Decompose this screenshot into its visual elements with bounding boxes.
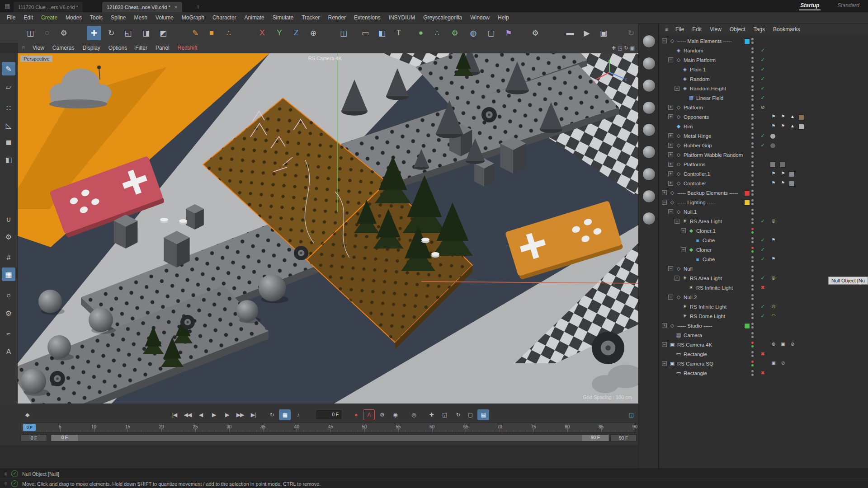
cross-status-icon[interactable]: ✖ xyxy=(759,285,766,291)
menu-mograph[interactable]: MoGraph xyxy=(178,12,208,23)
expand-icon[interactable]: + xyxy=(662,190,667,195)
visibility-dot[interactable] xyxy=(751,317,754,319)
visibility-dot[interactable] xyxy=(751,298,754,300)
render-picture-viewer-button[interactable]: ▶ xyxy=(580,26,594,40)
visibility-dot[interactable] xyxy=(751,76,754,78)
visibility-dot[interactable] xyxy=(751,108,754,110)
om-row[interactable]: ■Cube✓⚑ xyxy=(659,235,868,245)
visibility-dot[interactable] xyxy=(751,184,754,186)
dome-tag-icon[interactable]: ◠ xyxy=(770,312,777,319)
history-button[interactable]: ↻ xyxy=(624,26,638,40)
record-objects-button[interactable]: ◉ xyxy=(389,409,401,420)
collapse-icon[interactable]: − xyxy=(668,209,673,214)
viewport-toggle-icon[interactable]: ▣ xyxy=(630,45,635,51)
material-preview-icon[interactable] xyxy=(642,168,656,181)
flag-tag-icon[interactable]: ⚑ xyxy=(770,170,777,177)
expand-icon[interactable]: + xyxy=(662,323,667,328)
flag-tag-icon[interactable]: ⚑ xyxy=(770,113,777,120)
om-row[interactable]: −◆Cloner✓ xyxy=(659,245,868,254)
object-name[interactable]: Rim xyxy=(684,124,693,129)
cross-status-icon[interactable]: ✖ xyxy=(759,351,766,357)
visibility-dot[interactable] xyxy=(751,203,754,205)
autokey-button[interactable]: A xyxy=(363,409,375,420)
object-name[interactable]: Controller xyxy=(684,181,706,186)
cross-status-icon[interactable]: ✖ xyxy=(759,370,766,376)
menu-edit[interactable]: Edit xyxy=(19,12,37,23)
om-panel-menu-icon[interactable]: ≡ xyxy=(662,26,671,33)
mat-tag-icon[interactable] xyxy=(770,133,776,139)
om-row[interactable]: −▣RS Camera SQ▣⊘ xyxy=(659,359,868,368)
tri-tag-icon[interactable]: ▲ xyxy=(789,122,796,130)
object-name[interactable]: ----- Main Elements ----- xyxy=(677,38,732,44)
menu-redshift[interactable]: Redshift xyxy=(174,43,202,53)
edit-render-settings-button[interactable]: ▬ xyxy=(563,26,577,40)
expand-icon[interactable]: + xyxy=(668,105,673,110)
visibility-dot[interactable] xyxy=(751,250,754,253)
visibility-dot[interactable] xyxy=(751,285,754,287)
wheel-object[interactable] xyxy=(481,107,497,122)
check-status-icon[interactable]: ✓ xyxy=(759,142,766,148)
om-row[interactable]: +◇Opponents⚑⚑▲ xyxy=(659,112,868,122)
layer-color-chip[interactable] xyxy=(744,200,750,206)
visibility-dot[interactable] xyxy=(751,307,754,310)
collapse-icon[interactable]: − xyxy=(662,38,667,43)
object-name[interactable]: Cube xyxy=(703,238,715,243)
om-row[interactable]: −◇----- Main Elements ----- xyxy=(659,36,868,46)
check-status-icon[interactable]: ✓ xyxy=(759,57,766,63)
visibility-dot[interactable] xyxy=(751,114,754,116)
texture-tool[interactable]: ▱ xyxy=(2,80,15,93)
visibility-dot[interactable] xyxy=(751,260,754,262)
tweak-mode-button[interactable]: ◧ xyxy=(2,153,15,166)
visibility-dot[interactable] xyxy=(751,42,754,44)
target-tag-icon[interactable]: ◎ xyxy=(770,303,777,310)
visibility-dot[interactable] xyxy=(751,304,754,306)
visibility-dot[interactable] xyxy=(751,152,754,154)
visibility-dot[interactable] xyxy=(751,99,754,101)
flag-tag-icon[interactable]: ⚑ xyxy=(779,170,787,177)
check-status-icon[interactable]: ✓ xyxy=(759,256,766,262)
object-name[interactable]: Rectangle xyxy=(684,371,707,376)
chip-stack-object[interactable] xyxy=(431,252,439,258)
om-row[interactable]: −◇Main Platform✓ xyxy=(659,55,868,65)
loop-playback-button[interactable]: ↻ xyxy=(266,409,278,420)
visibility-dot[interactable] xyxy=(751,342,754,344)
visibility-dot[interactable] xyxy=(751,95,754,97)
collapse-icon[interactable]: − xyxy=(662,342,667,347)
om-row[interactable]: +◇Platform⊘ xyxy=(659,103,868,112)
object-name[interactable]: Null.1 xyxy=(684,209,697,215)
visibility-dot[interactable] xyxy=(751,193,754,196)
menu-animate[interactable]: Animate xyxy=(241,12,269,23)
object-name[interactable]: Rubber Grip xyxy=(684,143,712,148)
prev-frame-button[interactable]: ◀ xyxy=(195,409,207,420)
document-tab-inactive[interactable]: 111720 Clue ...ers V6.c4d * xyxy=(14,2,83,12)
object-name[interactable]: Cloner xyxy=(696,247,712,253)
viewport-canvas[interactable] xyxy=(18,53,638,404)
object-name[interactable]: Random xyxy=(684,48,703,53)
material-preview-icon[interactable] xyxy=(642,212,656,225)
live-selection-button[interactable]: ◌ xyxy=(40,26,54,40)
cube-object[interactable] xyxy=(114,215,138,249)
collapse-icon[interactable]: − xyxy=(668,57,673,62)
range-end-handle[interactable]: 90 F xyxy=(582,435,609,441)
om-row[interactable]: −◇Null.2 xyxy=(659,292,868,302)
om-row[interactable]: +◇Controller.1⚑⚑ xyxy=(659,169,868,178)
tex-tag-icon[interactable] xyxy=(798,114,804,120)
play-button[interactable]: ▶ xyxy=(208,409,220,420)
rotate-tool-button[interactable]: ↻ xyxy=(104,26,118,40)
check-status-icon[interactable]: ✓ xyxy=(759,85,766,91)
team-render-button[interactable]: ▣ xyxy=(596,26,611,40)
cam-tag-icon[interactable]: ▣ xyxy=(779,341,787,348)
record-keyframe-button[interactable]: ● xyxy=(350,409,362,420)
visibility-dot[interactable] xyxy=(751,85,754,88)
move-tool-button[interactable]: ✚ xyxy=(87,26,101,40)
object-name[interactable]: Random xyxy=(690,76,709,82)
goto-start-button[interactable]: |◀ xyxy=(169,409,180,420)
visibility-dot[interactable] xyxy=(751,57,754,59)
snap-settings-button[interactable]: ⚙ xyxy=(2,306,15,320)
menu-panel[interactable]: Panel xyxy=(151,43,174,53)
visibility-dot[interactable] xyxy=(751,228,754,230)
menu-extensions[interactable]: Extensions xyxy=(350,12,385,23)
status-menu-icon[interactable]: ≡ xyxy=(4,481,7,487)
om-row[interactable]: −☀RS Area Light✓◎ xyxy=(659,216,868,226)
visibility-dot[interactable] xyxy=(751,279,754,281)
